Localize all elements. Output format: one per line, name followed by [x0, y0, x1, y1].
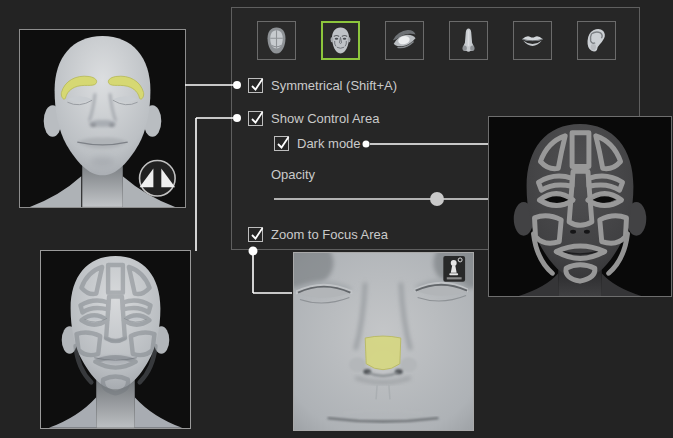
tab-head[interactable] [257, 21, 296, 60]
nose-icon [451, 23, 486, 58]
figure-badge-icon [443, 256, 465, 282]
tab-eye[interactable] [385, 21, 424, 60]
show-control-area-label: Show Control Area [271, 111, 379, 126]
nose-focus-highlight [365, 336, 401, 370]
tab-lips[interactable] [513, 21, 552, 60]
face-editor-ui: Symmetrical (Shift+A) Show Control Area … [0, 0, 673, 438]
tab-nose[interactable] [449, 21, 488, 60]
zoom-focus-preview-image [293, 252, 474, 431]
dark-mode-preview-image [488, 116, 672, 297]
tab-face[interactable] [321, 21, 360, 60]
part-tab-row [257, 21, 616, 60]
eye-icon [387, 23, 422, 58]
opacity-slider-handle[interactable] [430, 192, 444, 206]
lips-icon [515, 23, 550, 58]
dark-mode-checkbox[interactable] [274, 136, 289, 151]
checkmark-icon [249, 108, 264, 127]
dark-mode-label: Dark mode [297, 136, 361, 151]
checkmark-icon [275, 133, 290, 152]
option-show-control-area: Show Control Area [248, 111, 379, 126]
ear-icon [579, 23, 614, 58]
option-dark-mode: Dark mode [274, 136, 361, 151]
control-area-light-preview-image [40, 250, 191, 429]
option-zoom-to-focus: Zoom to Focus Area [248, 227, 388, 242]
opacity-slider-track[interactable] [274, 198, 489, 200]
option-symmetrical: Symmetrical (Shift+A) [248, 78, 397, 93]
head-icon [259, 23, 294, 58]
show-control-area-checkbox[interactable] [248, 111, 263, 126]
face-icon [323, 23, 358, 58]
tab-ear[interactable] [577, 21, 616, 60]
mirror-flip-icon [140, 160, 176, 196]
opacity-label: Opacity [271, 167, 315, 182]
zoom-to-focus-label: Zoom to Focus Area [271, 227, 388, 242]
checkmark-icon [249, 224, 264, 243]
symmetrical-preview-image [19, 29, 186, 208]
symmetrical-label: Symmetrical (Shift+A) [271, 78, 397, 93]
checkmark-icon [249, 75, 264, 94]
symmetrical-checkbox[interactable] [248, 78, 263, 93]
zoom-to-focus-checkbox[interactable] [248, 227, 263, 242]
opacity-slider[interactable] [274, 197, 489, 200]
